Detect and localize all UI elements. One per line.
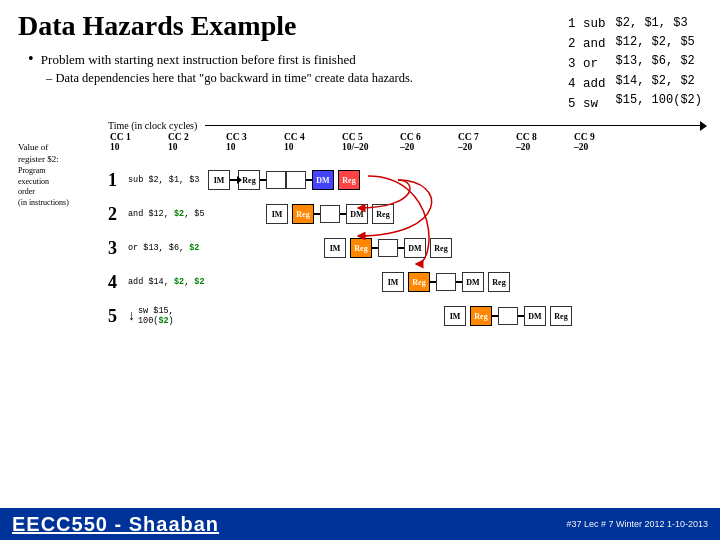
cc-header-row: CC 1 CC 2 CC 3 CC 4 CC 5 CC 6 CC 7 CC 8 … [108, 132, 702, 142]
reg-v5: 10/–20 [340, 142, 398, 165]
stage-dm-5: DM [524, 306, 546, 326]
exec-area: Programexecutionorder(in instructions) [18, 166, 108, 208]
stage-reg-2a: Reg [292, 204, 314, 224]
reg-v6: –20 [398, 142, 456, 165]
stage-alu-1b [286, 171, 306, 189]
stage-dm-1: DM [312, 170, 334, 190]
register-row: Value ofregister $2: 10 10 10 10 10/–20 … [18, 142, 702, 165]
stage-reg-5b: Reg [550, 306, 572, 326]
prog-instr-1: sub $2, $1, $3 [128, 175, 208, 185]
instr-numbers: 1 sub 2 and 3 or 4 add 5 sw [568, 14, 606, 114]
stage-reg-3b: Reg [430, 238, 452, 258]
stage-im-5: IM [444, 306, 466, 326]
stage-dm-2: DM [346, 204, 368, 224]
stage-reg-4a: Reg [408, 272, 430, 292]
slide-title: Data Hazards Example [18, 10, 296, 42]
prog-num-5: 5 [108, 306, 128, 327]
register-values: 10 10 10 10 10/–20 –20 –20 –20 –20 [108, 142, 630, 165]
footer-title: EECC550 - Shaaban [12, 513, 219, 536]
reg-v7: –20 [456, 142, 514, 165]
slide: Data Hazards Example • Problem with star… [0, 0, 720, 540]
cc3-header: CC 3 [224, 132, 282, 142]
reg-wrapper-1: Reg [338, 170, 360, 190]
cc5-header: CC 5 [340, 132, 398, 142]
stages-1: IM Reg DM Reg [208, 170, 702, 190]
reg-v2: 10 [166, 142, 224, 165]
stages-2: IM Reg DM Reg [208, 204, 702, 224]
cc7-header: CC 7 [456, 132, 514, 142]
header-right: 1 sub 2 and 3 or 4 add 5 sw $2, $1, $3 $… [568, 14, 702, 114]
bullet-main: • Problem with starting next instruction… [28, 48, 568, 70]
bullet-symbol: • [28, 50, 34, 67]
prog-instr-2: and $12, $2, $5 [128, 209, 208, 219]
stage-reg-2b: Reg [372, 204, 394, 224]
stage-dm-4: DM [462, 272, 484, 292]
cc1-header: CC 1 [108, 132, 166, 142]
cc6-header: CC 6 [398, 132, 456, 142]
prog-row-4: 4 add $14, $2, $2 IM Reg DM Reg [108, 268, 702, 296]
reg-v8: –20 [514, 142, 572, 165]
cc9-header: CC 9 [572, 132, 630, 142]
cc8-header: CC 8 [514, 132, 572, 142]
stage-reg-4b: Reg [488, 272, 510, 292]
stage-alu-2 [320, 205, 340, 223]
stage-reg-5a: Reg [470, 306, 492, 326]
stage-alu-4 [436, 273, 456, 291]
stage-im-2: IM [266, 204, 288, 224]
exec-section: Programexecutionorder(in instructions) 1… [18, 166, 702, 336]
prog-instr-5: sw $15, 100($2) [138, 306, 212, 326]
register-label: Value ofregister $2: [18, 142, 108, 165]
prog-num-3: 3 [108, 238, 128, 259]
reg-v9: –20 [572, 142, 630, 165]
reg-v3: 10 [224, 142, 282, 165]
stage-im-3: IM [324, 238, 346, 258]
stage-dm-3: DM [404, 238, 426, 258]
reg-v4: 10 [282, 142, 340, 165]
pipeline-rows: 1 sub $2, $1, $3 IM Reg DM Reg [108, 166, 702, 336]
time-line [205, 125, 702, 127]
prog-row-1: 1 sub $2, $1, $3 IM Reg DM Reg [108, 166, 702, 194]
cc4-header: CC 4 [282, 132, 340, 142]
stages-4: IM Reg DM Reg [208, 272, 702, 292]
prog-num-1: 1 [108, 170, 128, 191]
prog-num-2: 2 [108, 204, 128, 225]
stage-alu-1 [266, 171, 286, 189]
bullet-sub: – Data dependencies here that "go backwa… [46, 70, 568, 88]
time-arrow-head [700, 121, 707, 131]
stage-alu-5 [498, 307, 518, 325]
down-arrow-5: ↓ [128, 308, 138, 324]
footer: EECC550 - Shaaban #37 Lec # 7 Winter 201… [0, 508, 720, 540]
prog-instr-4: add $14, $2, $2 [128, 277, 208, 287]
prog-instr-3: or $13, $6, $2 [128, 243, 208, 253]
stages-5: IM Reg DM Reg [212, 306, 702, 326]
footer-info: #37 Lec # 7 Winter 2012 1-10-2013 [566, 519, 708, 529]
pipeline-area: Time (in clock cycles) CC 1 CC 2 CC 3 CC… [18, 120, 702, 336]
prog-row-3: 3 or $13, $6, $2 IM Reg DM Reg [108, 234, 702, 262]
header-row: Data Hazards Example • Problem with star… [18, 10, 702, 114]
exec-label: Programexecutionorder(in instructions) [18, 166, 108, 208]
stage-reg-3a: Reg [350, 238, 372, 258]
stage-reg-1b: Reg [338, 170, 360, 190]
header-left: Data Hazards Example • Problem with star… [18, 10, 568, 88]
reg-v1: 10 [108, 142, 166, 165]
stage-alu-3 [378, 239, 398, 257]
prog-row-5: 5 ↓ sw $15, 100($2) IM Reg DM [108, 302, 702, 330]
instr-values: $2, $1, $3 $12, $2, $5 $13, $6, $2 $14, … [616, 14, 702, 114]
prog-num-4: 4 [108, 272, 128, 293]
arrow-1a [230, 179, 238, 181]
stage-im-1: IM [208, 170, 230, 190]
stages-3: IM Reg DM Reg [208, 238, 702, 258]
prog-row-2: 2 and $12, $2, $5 IM Reg DM Reg [108, 200, 702, 228]
stage-im-4: IM [382, 272, 404, 292]
time-row: Time (in clock cycles) [108, 120, 702, 131]
time-label: Time (in clock cycles) [108, 120, 197, 131]
cc2-header: CC 2 [166, 132, 224, 142]
